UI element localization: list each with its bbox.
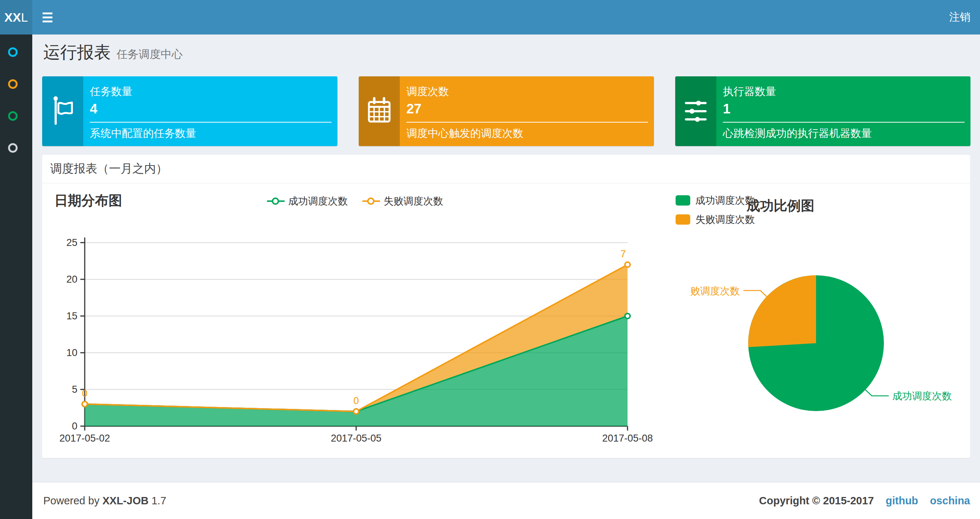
pie-chart-legend: 成功调度次数失败调度次数 xyxy=(676,194,755,226)
logo-text-light: L xyxy=(21,10,28,25)
app-root: XXL 注销 运行报表任务调度中心 任务数量 4 系统中配置的任务数量 xyxy=(0,0,980,519)
info-box-description: 心跳检测成功的执行器机器数量 xyxy=(723,127,965,139)
line-circle-legend-icon xyxy=(267,197,285,205)
page-title: 运行报表 xyxy=(43,43,111,62)
product-version: 1.7 xyxy=(151,495,166,506)
divider xyxy=(723,122,965,123)
legend-item[interactable]: 成功调度次数 xyxy=(676,194,755,207)
divider xyxy=(90,122,332,123)
product-name: XXL-JOB xyxy=(102,495,148,506)
copyright-area: Copyright © 2015-2017 github oschina xyxy=(759,495,970,507)
fail-slice xyxy=(748,275,816,347)
slice-label: 成功调度次数 xyxy=(892,391,952,402)
sidebar-item-4[interactable] xyxy=(0,137,32,159)
svg-text:2017-05-02: 2017-05-02 xyxy=(59,433,110,444)
sliders-icon xyxy=(675,76,716,146)
date-distribution-chart: 05101520252017-05-022017-05-052017-05-08… xyxy=(51,231,653,452)
circle-icon xyxy=(8,111,18,121)
line-chart-title: 日期分布图 xyxy=(54,192,122,210)
logo-text-bold: XX xyxy=(5,10,21,25)
calendar-icon xyxy=(359,76,400,146)
oschina-link[interactable]: oschina xyxy=(930,495,970,506)
hamburger-icon xyxy=(43,13,52,14)
label-line xyxy=(865,390,889,396)
top-navbar: XXL 注销 xyxy=(0,0,980,35)
svg-text:10: 10 xyxy=(66,347,77,358)
legend-item[interactable]: 失败调度次数 xyxy=(363,195,443,208)
panel-header: 调度报表（一月之内） xyxy=(42,155,970,184)
legend-swatch-icon xyxy=(676,195,690,206)
line-chart-legend: 成功调度次数失败调度次数 xyxy=(267,195,443,208)
app-logo[interactable]: XXL xyxy=(0,0,32,35)
svg-text:5: 5 xyxy=(72,384,77,395)
legend-label: 失败调度次数 xyxy=(383,195,443,208)
point-label: 7 xyxy=(620,249,626,260)
svg-text:2017-05-05: 2017-05-05 xyxy=(331,433,382,444)
svg-text:20: 20 xyxy=(66,274,77,285)
panel-title: 调度报表（一月之内） xyxy=(50,161,168,177)
page-header: 运行报表任务调度中心 xyxy=(43,41,183,64)
info-box-description: 调度中心触发的调度次数 xyxy=(406,127,648,139)
legend-label: 成功调度次数 xyxy=(288,195,348,208)
powered-by: Powered by XXL-JOB 1.7 xyxy=(43,495,166,507)
info-box-triggers: 调度次数 27 调度中心触发的调度次数 xyxy=(359,76,654,146)
info-box-value: 1 xyxy=(723,101,965,117)
point-label: 0 xyxy=(353,395,359,406)
sidebar-toggle-button[interactable] xyxy=(35,0,59,35)
legend-item[interactable]: 成功调度次数 xyxy=(267,195,348,208)
legend-item[interactable]: 失败调度次数 xyxy=(676,213,755,226)
svg-text:2017-05-08: 2017-05-08 xyxy=(602,433,653,444)
circle-icon xyxy=(8,79,18,89)
svg-text:0: 0 xyxy=(72,421,77,432)
legend-label: 成功调度次数 xyxy=(695,194,755,207)
flag-icon xyxy=(42,76,83,146)
circle-icon xyxy=(8,143,18,153)
info-box-executors: 执行器数量 1 心跳检测成功的执行器机器数量 xyxy=(675,76,970,146)
info-box-title: 执行器数量 xyxy=(723,85,965,97)
sidebar-item-1[interactable] xyxy=(0,41,32,63)
svg-text:15: 15 xyxy=(66,310,77,321)
info-box-jobs: 任务数量 4 系统中配置的任务数量 xyxy=(42,76,337,146)
line-circle-legend-icon xyxy=(363,197,380,205)
info-box-title: 任务数量 xyxy=(90,85,332,97)
point-label: 0 xyxy=(82,388,87,399)
legend-swatch-icon xyxy=(676,214,690,225)
info-box-title: 调度次数 xyxy=(406,85,648,97)
svg-text:25: 25 xyxy=(66,237,77,248)
github-link[interactable]: github xyxy=(886,495,918,506)
slice-label: 失败调度次数 xyxy=(689,286,740,297)
left-sidebar xyxy=(0,35,32,519)
legend-label: 失败调度次数 xyxy=(695,213,755,226)
info-box-value: 4 xyxy=(90,101,332,117)
info-box-value: 27 xyxy=(406,101,648,117)
page-footer: Powered by XXL-JOB 1.7 Copyright © 2015-… xyxy=(32,482,980,519)
success-ratio-pie-chart: 成功调度次数失败调度次数 xyxy=(689,253,980,455)
page-subtitle: 任务调度中心 xyxy=(117,48,183,60)
info-box-description: 系统中配置的任务数量 xyxy=(90,127,332,139)
logout-link[interactable]: 注销 xyxy=(940,0,980,35)
circle-icon xyxy=(8,47,18,57)
label-line xyxy=(743,291,767,297)
sidebar-item-2[interactable] xyxy=(0,73,32,95)
copyright-text: Copyright © 2015-2017 xyxy=(759,495,874,506)
sidebar-item-3[interactable] xyxy=(0,105,32,127)
divider xyxy=(406,122,648,123)
